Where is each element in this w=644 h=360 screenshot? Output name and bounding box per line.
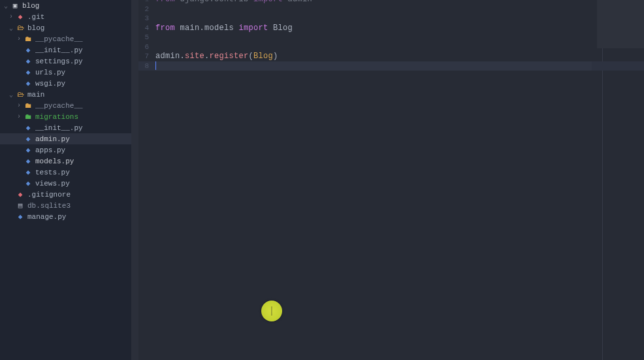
chevron-icon: › — [8, 13, 14, 20]
code-editor[interactable]: 1from django.contrib import admin234from… — [138, 0, 644, 360]
line-number: 2 — [138, 5, 155, 13]
line-number: 8 — [138, 62, 155, 70]
folder-icon: 🖿 — [24, 35, 33, 44]
chevron-icon: ⌄ — [3, 2, 9, 10]
chevron-icon: › — [16, 102, 22, 109]
tree-item-urls-py[interactable]: ◆urls.py — [0, 67, 131, 78]
tree-item-apps-py[interactable]: ◆apps.py — [0, 144, 131, 155]
python-file-icon: ◆ — [24, 57, 33, 66]
tree-item--pycache-[interactable]: ›🖿__pycache__ — [0, 33, 131, 44]
python-file-icon: ◆ — [24, 79, 33, 88]
tree-item-label: db.sqlite3 — [27, 202, 71, 210]
python-file-icon: ◆ — [24, 157, 33, 166]
code-line[interactable]: 6 — [138, 42, 644, 52]
tree-item-db-sqlite3[interactable]: ▤db.sqlite3 — [0, 200, 131, 211]
code-line[interactable]: 1from django.contrib import admin — [138, 0, 644, 5]
tree-item-migrations[interactable]: ›🖿migrations — [0, 111, 131, 122]
folder-open-icon: 🗁 — [16, 24, 25, 33]
tree-item-views-py[interactable]: ◆views.py — [0, 178, 131, 189]
root-folder-icon: ▣ — [10, 1, 20, 10]
python-file-icon: ◆ — [16, 212, 25, 221]
tree-item--init-py[interactable]: ◆__init__.py — [0, 122, 131, 133]
tree-item-blog[interactable]: ⌄🗁blog — [0, 22, 131, 33]
line-content: from main.models import Blog — [155, 24, 293, 33]
chevron-icon: ⌄ — [8, 24, 14, 32]
tree-item--gitignore[interactable]: ◆.gitignore — [0, 189, 131, 200]
tree-item-label: .gitignore — [27, 191, 71, 199]
tree-item-main[interactable]: ⌄🗁main — [0, 89, 131, 100]
tree-item-models-py[interactable]: ◆models.py — [0, 155, 131, 167]
tree-item-label: __pycache__ — [35, 102, 83, 110]
tree-item-label: settings.py — [35, 57, 83, 65]
tree-item-settings-py[interactable]: ◆settings.py — [0, 56, 131, 67]
code-line[interactable]: 3 — [138, 14, 644, 24]
tree-item--pycache-[interactable]: ›🖿__pycache__ — [0, 100, 131, 111]
code-line[interactable]: 5 — [138, 33, 644, 42]
line-number: 4 — [138, 24, 155, 32]
line-content: admin.site.register(Blog) — [155, 52, 278, 61]
tree-item-label: __pycache__ — [35, 35, 83, 43]
code-line[interactable]: 2 — [138, 5, 644, 14]
tree-item--init-py[interactable]: ◆__init__.py — [0, 44, 131, 56]
python-file-icon: ◆ — [24, 135, 33, 144]
tree-item-label: main — [27, 91, 44, 99]
tree-item-label: __init__.py — [35, 124, 83, 132]
chevron-icon: ⌄ — [8, 91, 14, 99]
file-explorer-sidebar[interactable]: ⌄▣blog›◆.git⌄🗁blog›🖿__pycache__◆__init__… — [0, 0, 131, 360]
line-number: 5 — [138, 33, 155, 41]
tree-item-label: models.py — [35, 157, 74, 165]
chevron-icon: › — [16, 35, 22, 42]
code-line[interactable]: 8 — [138, 61, 644, 71]
tree-item-label: blog — [22, 2, 39, 10]
tree-item-label: .git — [27, 13, 44, 21]
line-number: 6 — [138, 43, 155, 51]
tree-item-label: wsgi.py — [35, 80, 65, 88]
tree-item-admin-py[interactable]: ◆admin.py — [0, 133, 131, 144]
python-file-icon: ◆ — [24, 146, 33, 155]
line-number: 3 — [138, 14, 155, 22]
tree-item-label: blog — [27, 24, 44, 32]
code-line[interactable]: 4from main.models import Blog — [138, 24, 644, 33]
text-cursor — [155, 61, 156, 70]
tree-item-label: tests.py — [35, 169, 70, 176]
python-file-icon: ◆ — [24, 168, 33, 177]
git-icon: ◆ — [16, 12, 25, 22]
python-file-icon: ◆ — [24, 179, 33, 188]
folder-icon: 🖿 — [24, 101, 33, 110]
chevron-icon: › — [16, 113, 22, 120]
tree-item-label: views.py — [35, 180, 70, 188]
python-file-icon: ◆ — [24, 46, 33, 55]
folder-icon: 🖿 — [24, 112, 33, 122]
tree-item-wsgi-py[interactable]: ◆wsgi.py — [0, 78, 131, 89]
tree-item--git[interactable]: ›◆.git — [0, 11, 131, 22]
line-content: from django.contrib import admin — [155, 0, 312, 4]
tree-item-label: manage.py — [27, 213, 66, 221]
sidebar-gutter — [131, 0, 138, 360]
tree-item-label: apps.py — [35, 146, 65, 154]
line-content — [155, 61, 156, 71]
git-icon: ◆ — [16, 190, 25, 199]
tree-item-manage-py[interactable]: ◆manage.py — [0, 211, 131, 222]
line-number: 7 — [138, 52, 155, 60]
tree-item-label: migrations — [35, 113, 78, 121]
python-file-icon: ◆ — [24, 68, 33, 77]
line-number: 1 — [138, 0, 155, 3]
folder-open-icon: 🗁 — [16, 90, 25, 99]
cursor-indicator-icon — [261, 301, 282, 321]
tree-item-label: urls.py — [35, 69, 65, 76]
code-line[interactable]: 7admin.site.register(Blog) — [138, 52, 644, 61]
tree-item-blog[interactable]: ⌄▣blog — [0, 0, 131, 11]
database-icon: ▤ — [16, 201, 25, 210]
tree-item-tests-py[interactable]: ◆tests.py — [0, 167, 131, 178]
python-file-icon: ◆ — [24, 123, 33, 133]
tree-item-label: admin.py — [35, 135, 70, 143]
tree-item-label: __init__.py — [35, 46, 83, 54]
